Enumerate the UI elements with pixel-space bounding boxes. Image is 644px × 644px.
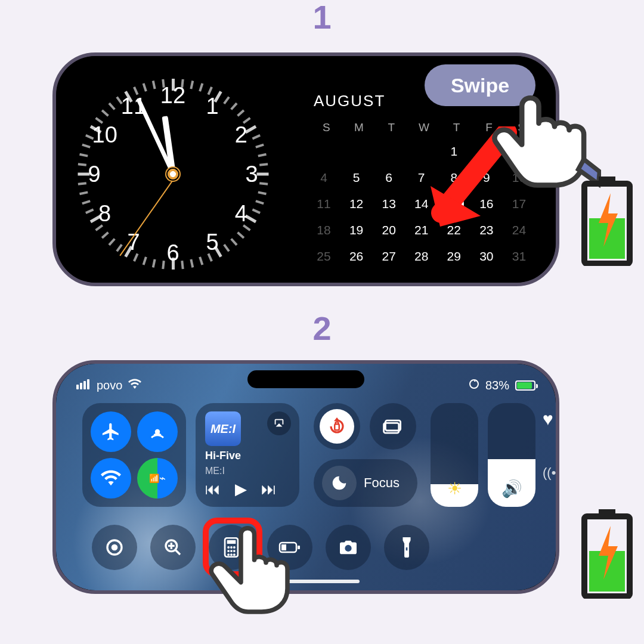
clock-number: 10 <box>92 122 118 148</box>
carrier-label: povo <box>97 379 122 392</box>
status-bar: povo 83% <box>76 377 535 394</box>
clock-number: 3 <box>239 161 265 187</box>
media-artist: ME:I <box>205 466 290 476</box>
analog-clock-widget: 121234567891011 <box>78 79 268 270</box>
calendar-day: 29 <box>444 247 464 265</box>
battery-icon <box>515 380 535 391</box>
clock-number: 4 <box>228 200 254 227</box>
airplane-mode-toggle[interactable] <box>91 411 131 452</box>
calendar-day: 28 <box>411 247 432 265</box>
calendar-day <box>346 143 367 160</box>
screen-mirroring-toggle[interactable] <box>370 403 416 450</box>
signal-bars-icon <box>76 379 91 392</box>
orientation-lock-mini-icon <box>469 379 479 392</box>
calendar-day: 6 <box>379 169 399 187</box>
media-next-button[interactable]: ⏭ <box>261 480 277 499</box>
calendar-day: 12 <box>346 195 367 213</box>
clock-number: 2 <box>228 122 254 148</box>
focus-toggle[interactable]: Focus <box>314 459 417 507</box>
wifi-toggle[interactable] <box>91 458 131 499</box>
svg-rect-26 <box>406 547 408 550</box>
calendar-day: 18 <box>314 221 334 239</box>
calendar-day: 4 <box>314 169 334 187</box>
hotspot-icon[interactable]: ((•)) <box>543 465 559 481</box>
battery-charging-icon <box>581 177 633 266</box>
media-cover-art: ME:I <box>205 411 241 446</box>
media-prev-button[interactable]: ⏮ <box>205 480 221 499</box>
calendar-day: 19 <box>346 221 367 239</box>
calendar-day: 5 <box>346 169 367 187</box>
volume-slider[interactable]: 🔊 <box>488 403 535 507</box>
media-play-button[interactable]: ▶ <box>235 480 247 499</box>
brightness-slider[interactable]: ☀ <box>431 403 478 507</box>
svg-rect-23 <box>298 546 300 549</box>
step-number-2: 2 <box>0 309 644 348</box>
clock-number: 7 <box>120 229 147 255</box>
brightness-icon: ☀ <box>431 479 478 499</box>
step-number-1: 1 <box>0 0 644 36</box>
calendar-day: 31 <box>509 247 529 265</box>
flashlight-button[interactable] <box>384 525 429 570</box>
orientation-lock-toggle[interactable] <box>314 403 360 450</box>
battery-charging-icon <box>581 509 633 599</box>
airplay-icon[interactable] <box>267 411 291 435</box>
camera-button[interactable] <box>326 525 371 570</box>
magnifier-button[interactable] <box>150 525 196 570</box>
control-center-screen[interactable]: povo 83% <box>56 364 556 590</box>
volume-icon: 🔊 <box>488 479 535 499</box>
calendar-weekday: S <box>314 121 339 134</box>
connectivity-pane[interactable]: 📶⌁ <box>82 403 186 507</box>
battery-percent-label: 83% <box>485 379 509 392</box>
clock-number: 8 <box>92 200 118 227</box>
focus-label: Focus <box>364 475 400 491</box>
clock-number: 1 <box>199 93 225 119</box>
media-pane[interactable]: ME:I Hi-Five ME:I ⏮ ▶ ⏭ <box>196 403 299 507</box>
pointer-hand-icon <box>202 520 291 621</box>
calendar-day: 27 <box>379 247 399 265</box>
svg-point-9 <box>112 544 118 551</box>
pointer-hand-icon <box>488 89 601 191</box>
calendar-day: 11 <box>314 195 334 213</box>
clock-center-dot <box>168 169 178 179</box>
calendar-day: 26 <box>346 247 367 265</box>
calendar-day <box>314 143 334 160</box>
calendar-day: 13 <box>379 195 399 213</box>
media-title: Hi-Five <box>205 450 290 462</box>
calendar-day: 25 <box>314 247 334 265</box>
calendar-weekday: T <box>379 121 404 134</box>
calendar-weekday: M <box>346 121 372 134</box>
calendar-day: 20 <box>379 221 399 239</box>
airdrop-toggle[interactable] <box>137 411 178 452</box>
clock-number: 6 <box>160 240 186 266</box>
clock-number: 9 <box>81 161 107 187</box>
cellular-bluetooth-toggle[interactable]: 📶⌁ <box>137 458 178 499</box>
clock-number: 5 <box>199 229 225 255</box>
clock-number: 12 <box>160 82 186 109</box>
svg-rect-5 <box>335 424 339 430</box>
calendar-day: 30 <box>476 247 497 265</box>
svg-point-25 <box>345 545 351 552</box>
calendar-day <box>379 143 399 160</box>
favorites-heart-icon[interactable]: ♥ <box>543 409 559 429</box>
screen-record-button[interactable] <box>92 525 137 570</box>
wifi-icon <box>128 379 141 392</box>
phone-step-2: povo 83% <box>52 360 559 594</box>
